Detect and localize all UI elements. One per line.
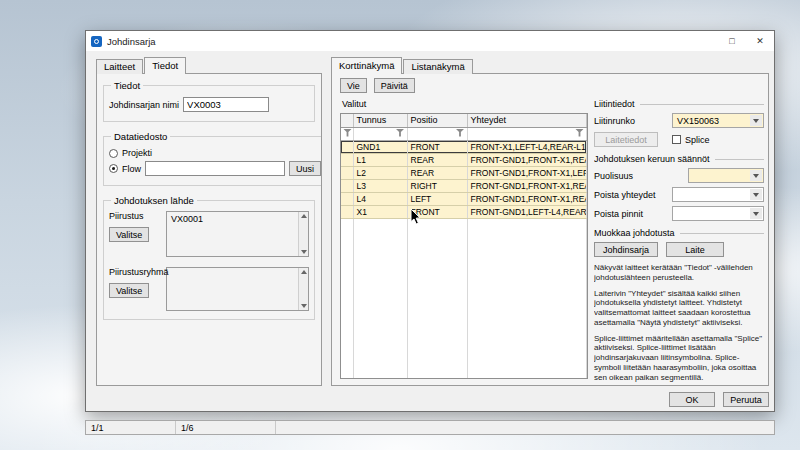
select-drawing-group-button[interactable]: Valitse <box>109 283 149 298</box>
new-button[interactable]: Uusi <box>289 161 321 176</box>
drawing-group-listbox-scrollbar[interactable] <box>298 268 308 310</box>
left-tabstrip: Laitteet Tiedot <box>96 57 187 74</box>
device-row[interactable]: L1REARFRONT-GND1,FRONT-X1,REAR-... <box>341 153 587 166</box>
chevron-down-icon[interactable] <box>750 208 762 219</box>
chevron-down-icon[interactable] <box>750 115 762 126</box>
empty-row <box>341 257 587 270</box>
empty-row <box>341 270 587 283</box>
remove-connections-label: Poista yhteydet <box>594 190 656 200</box>
drawing-listbox-scrollbar[interactable] <box>298 212 308 256</box>
edit-device-button[interactable]: Laite <box>666 242 724 257</box>
status-bar: 1/1 1/6 <box>85 420 775 435</box>
main-tabpanel: Vie Päivitä Valitut Tunnus Positio Yhtey… <box>331 73 769 386</box>
device-row[interactable]: L3RIGHTFRONT-GND1,FRONT-X1,REAR-... <box>341 179 587 192</box>
status-cell-mid: 1/6 <box>176 421 276 434</box>
mouse-cursor <box>410 208 422 226</box>
device-row[interactable]: L4LEFTFRONT-GND1,FRONT-X1,REAR-... <box>341 192 587 205</box>
project-radio-label: Projekti <box>122 148 152 158</box>
select-drawing-button[interactable]: Valitse <box>109 227 149 242</box>
drawing-label: Piirustus <box>109 211 144 221</box>
connector-group-title: Liitintiedot <box>594 99 764 109</box>
device-info-button[interactable]: Laitetiedot <box>594 132 658 147</box>
help-paragraph-1: Näkyvät laitteet kerätään "Tiedot" -väli… <box>594 263 764 283</box>
export-button[interactable]: Vie <box>340 78 367 93</box>
tab-laitteet[interactable]: Laitteet <box>96 59 143 74</box>
title-bar[interactable]: Johdinsarja □ ✕ <box>86 31 774 51</box>
wiring-source-group: Johdotuksen lähde Piirustus Valitse VX00… <box>103 195 315 320</box>
polarity-label: Puolisuus <box>594 171 633 181</box>
info-group: Tiedot Johdinsarjan nimi <box>103 80 315 122</box>
harness-name-label: Johdinsarjan nimi <box>109 100 179 110</box>
flow-radio[interactable] <box>109 164 118 173</box>
info-group-title: Tiedot <box>111 80 143 91</box>
remove-pins-combo[interactable] <box>672 206 764 221</box>
remove-connections-combo[interactable] <box>672 187 764 202</box>
refresh-button[interactable]: Päivitä <box>374 78 415 93</box>
splice-checkbox[interactable] <box>672 135 681 144</box>
filter-icon[interactable] <box>396 129 405 137</box>
empty-row <box>341 218 587 231</box>
datafile-group: Datatiedosto Projekti Flow Uusi Valitse <box>103 131 322 186</box>
column-header-yhteydet[interactable]: Yhteydet <box>467 114 587 127</box>
edit-group-title: Muokkaa johdotusta <box>594 228 764 238</box>
rules-group-title: Johdotuksen keruun säännöt <box>594 154 764 164</box>
ok-button[interactable]: OK <box>669 392 715 407</box>
harness-name-input[interactable] <box>183 97 269 112</box>
empty-row <box>341 361 587 374</box>
device-table-body: GND1FRONTFRONT-X1,LEFT-L4,REAR-L1,R...L1… <box>341 140 587 379</box>
chevron-down-icon[interactable] <box>750 189 762 200</box>
flow-radio-label: Flow <box>122 164 141 174</box>
app-icon <box>91 36 102 47</box>
window-title: Johdinsarja <box>107 36 718 47</box>
drawing-group-listbox[interactable] <box>166 267 309 311</box>
edit-harness-button[interactable]: Johdinsarja <box>594 242 658 257</box>
selected-label: Valitut <box>342 99 366 109</box>
polarity-combo[interactable] <box>688 168 764 183</box>
empty-row <box>341 348 587 361</box>
device-row[interactable]: X1FRONTFRONT-GND1,LEFT-L4,REAR-L1... <box>341 205 587 218</box>
project-radio[interactable] <box>109 149 118 158</box>
left-tabpanel: Tiedot Johdinsarjan nimi Datatiedosto Pr… <box>96 73 322 386</box>
wiring-source-group-title: Johdotuksen lähde <box>111 195 197 206</box>
row-indicator-header <box>341 114 353 127</box>
status-cell-left: 1/1 <box>86 421 176 434</box>
datafile-input[interactable] <box>145 161 285 176</box>
tab-korttinakyma[interactable]: Korttinäkymä <box>331 57 402 74</box>
connector-body-combo[interactable]: VX150063 <box>672 113 764 128</box>
empty-row <box>341 322 587 335</box>
scroll-up-icon[interactable] <box>301 270 307 274</box>
maximize-button[interactable]: □ <box>718 31 746 51</box>
column-header-tunnus[interactable]: Tunnus <box>353 114 407 127</box>
scroll-up-icon[interactable] <box>301 214 307 218</box>
filter-icon[interactable] <box>575 129 584 137</box>
device-row[interactable]: GND1FRONTFRONT-X1,LEFT-L4,REAR-L1,R... <box>341 140 587 153</box>
drawing-list-item[interactable]: VX0001 <box>171 214 203 224</box>
drawing-listbox[interactable]: VX0001 <box>166 211 309 257</box>
remove-pins-label: Poista pinnit <box>594 209 643 219</box>
column-header-positio[interactable]: Positio <box>407 114 467 127</box>
empty-row <box>341 283 587 296</box>
device-grid[interactable]: Tunnus Positio Yhteydet GND1FRONTFRONT-X… <box>340 113 588 379</box>
connector-panel: Liitintiedot Liitinrunko VX150063 Laitet… <box>594 92 764 383</box>
tab-listanakyma[interactable]: Listanäkymä <box>403 59 472 74</box>
empty-row <box>341 231 587 244</box>
filter-icon[interactable] <box>343 129 352 137</box>
johdinsarja-dialog: Johdinsarja □ ✕ Laitteet Tiedot Tiedot J… <box>85 30 775 412</box>
scroll-down-icon[interactable] <box>301 304 307 308</box>
empty-row <box>341 296 587 309</box>
empty-row <box>341 335 587 348</box>
scroll-down-icon[interactable] <box>301 250 307 254</box>
cancel-button[interactable]: Peruuta <box>723 392 769 407</box>
filter-icon[interactable] <box>456 129 465 137</box>
help-paragraph-2: Laiterivin "Yhteydet" sisältää kaikki si… <box>594 289 764 328</box>
help-paragraph-3: Splice-liittimet määritellään asettamall… <box>594 334 764 383</box>
chevron-down-icon[interactable] <box>750 170 762 181</box>
splice-label: Splice <box>685 135 710 145</box>
drawing-group-label: Piirustusryhmä <box>109 267 169 277</box>
tab-tiedot[interactable]: Tiedot <box>144 57 186 74</box>
datafile-group-title: Datatiedosto <box>111 131 170 142</box>
device-row[interactable]: L2REARFRONT-GND1,FRONT-X1,LEFT-... <box>341 166 587 179</box>
table-header-row: Tunnus Positio Yhteydet <box>341 114 587 127</box>
empty-row <box>341 309 587 322</box>
close-button[interactable]: ✕ <box>746 31 774 51</box>
